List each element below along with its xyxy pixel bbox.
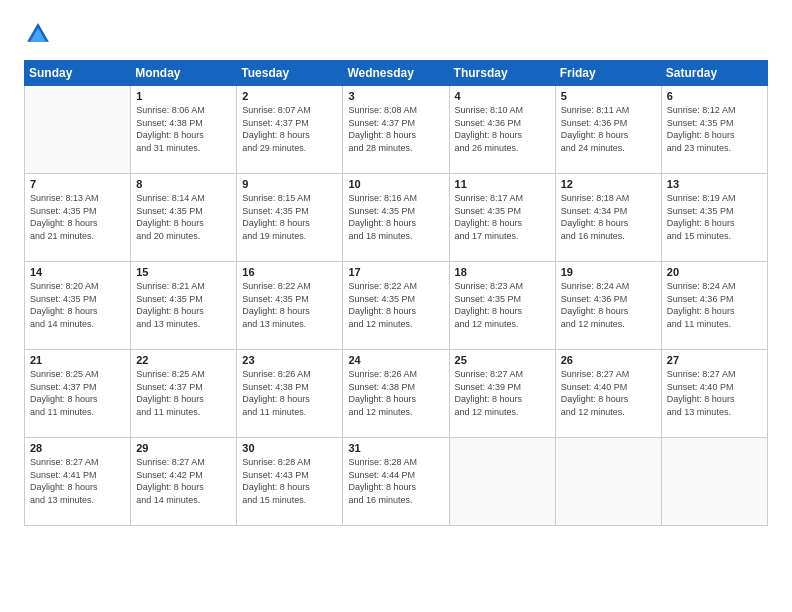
day-number: 2 [242,90,337,102]
day-cell: 30Sunrise: 8:28 AMSunset: 4:43 PMDayligh… [237,438,343,526]
header-cell-thursday: Thursday [449,61,555,86]
day-number: 21 [30,354,125,366]
day-cell: 17Sunrise: 8:22 AMSunset: 4:35 PMDayligh… [343,262,449,350]
day-cell: 18Sunrise: 8:23 AMSunset: 4:35 PMDayligh… [449,262,555,350]
day-cell: 14Sunrise: 8:20 AMSunset: 4:35 PMDayligh… [25,262,131,350]
day-info: Sunrise: 8:07 AMSunset: 4:37 PMDaylight:… [242,104,337,154]
day-cell [661,438,767,526]
day-cell: 15Sunrise: 8:21 AMSunset: 4:35 PMDayligh… [131,262,237,350]
day-info: Sunrise: 8:11 AMSunset: 4:36 PMDaylight:… [561,104,656,154]
day-number: 11 [455,178,550,190]
header-cell-monday: Monday [131,61,237,86]
day-cell: 13Sunrise: 8:19 AMSunset: 4:35 PMDayligh… [661,174,767,262]
day-number: 23 [242,354,337,366]
day-number: 4 [455,90,550,102]
day-cell: 16Sunrise: 8:22 AMSunset: 4:35 PMDayligh… [237,262,343,350]
day-number: 10 [348,178,443,190]
day-cell: 10Sunrise: 8:16 AMSunset: 4:35 PMDayligh… [343,174,449,262]
week-row-2: 7Sunrise: 8:13 AMSunset: 4:35 PMDaylight… [25,174,768,262]
day-cell: 9Sunrise: 8:15 AMSunset: 4:35 PMDaylight… [237,174,343,262]
day-cell: 21Sunrise: 8:25 AMSunset: 4:37 PMDayligh… [25,350,131,438]
day-info: Sunrise: 8:23 AMSunset: 4:35 PMDaylight:… [455,280,550,330]
header-cell-sunday: Sunday [25,61,131,86]
day-cell: 1Sunrise: 8:06 AMSunset: 4:38 PMDaylight… [131,86,237,174]
day-cell: 2Sunrise: 8:07 AMSunset: 4:37 PMDaylight… [237,86,343,174]
day-info: Sunrise: 8:12 AMSunset: 4:35 PMDaylight:… [667,104,762,154]
day-cell: 6Sunrise: 8:12 AMSunset: 4:35 PMDaylight… [661,86,767,174]
header-cell-tuesday: Tuesday [237,61,343,86]
day-info: Sunrise: 8:19 AMSunset: 4:35 PMDaylight:… [667,192,762,242]
day-info: Sunrise: 8:26 AMSunset: 4:38 PMDaylight:… [242,368,337,418]
day-info: Sunrise: 8:25 AMSunset: 4:37 PMDaylight:… [30,368,125,418]
day-cell: 4Sunrise: 8:10 AMSunset: 4:36 PMDaylight… [449,86,555,174]
day-info: Sunrise: 8:14 AMSunset: 4:35 PMDaylight:… [136,192,231,242]
day-cell [555,438,661,526]
day-info: Sunrise: 8:20 AMSunset: 4:35 PMDaylight:… [30,280,125,330]
day-number: 27 [667,354,762,366]
day-cell: 22Sunrise: 8:25 AMSunset: 4:37 PMDayligh… [131,350,237,438]
day-number: 29 [136,442,231,454]
header-cell-wednesday: Wednesday [343,61,449,86]
day-number: 30 [242,442,337,454]
day-cell: 19Sunrise: 8:24 AMSunset: 4:36 PMDayligh… [555,262,661,350]
day-info: Sunrise: 8:22 AMSunset: 4:35 PMDaylight:… [348,280,443,330]
day-number: 18 [455,266,550,278]
day-number: 26 [561,354,656,366]
day-number: 25 [455,354,550,366]
header-row: SundayMondayTuesdayWednesdayThursdayFrid… [25,61,768,86]
day-number: 28 [30,442,125,454]
day-info: Sunrise: 8:28 AMSunset: 4:44 PMDaylight:… [348,456,443,506]
header-cell-friday: Friday [555,61,661,86]
day-info: Sunrise: 8:06 AMSunset: 4:38 PMDaylight:… [136,104,231,154]
day-number: 7 [30,178,125,190]
day-cell: 31Sunrise: 8:28 AMSunset: 4:44 PMDayligh… [343,438,449,526]
day-number: 9 [242,178,337,190]
day-cell: 23Sunrise: 8:26 AMSunset: 4:38 PMDayligh… [237,350,343,438]
day-cell: 3Sunrise: 8:08 AMSunset: 4:37 PMDaylight… [343,86,449,174]
day-number: 20 [667,266,762,278]
day-info: Sunrise: 8:18 AMSunset: 4:34 PMDaylight:… [561,192,656,242]
calendar-header: SundayMondayTuesdayWednesdayThursdayFrid… [25,61,768,86]
week-row-5: 28Sunrise: 8:27 AMSunset: 4:41 PMDayligh… [25,438,768,526]
day-info: Sunrise: 8:16 AMSunset: 4:35 PMDaylight:… [348,192,443,242]
header-cell-saturday: Saturday [661,61,767,86]
logo-icon [24,20,52,48]
day-info: Sunrise: 8:22 AMSunset: 4:35 PMDaylight:… [242,280,337,330]
day-number: 22 [136,354,231,366]
day-number: 19 [561,266,656,278]
week-row-3: 14Sunrise: 8:20 AMSunset: 4:35 PMDayligh… [25,262,768,350]
day-cell: 27Sunrise: 8:27 AMSunset: 4:40 PMDayligh… [661,350,767,438]
day-info: Sunrise: 8:27 AMSunset: 4:39 PMDaylight:… [455,368,550,418]
header [24,20,768,48]
day-number: 15 [136,266,231,278]
day-number: 13 [667,178,762,190]
day-info: Sunrise: 8:13 AMSunset: 4:35 PMDaylight:… [30,192,125,242]
day-info: Sunrise: 8:17 AMSunset: 4:35 PMDaylight:… [455,192,550,242]
day-info: Sunrise: 8:27 AMSunset: 4:42 PMDaylight:… [136,456,231,506]
day-cell: 28Sunrise: 8:27 AMSunset: 4:41 PMDayligh… [25,438,131,526]
day-cell: 8Sunrise: 8:14 AMSunset: 4:35 PMDaylight… [131,174,237,262]
day-info: Sunrise: 8:15 AMSunset: 4:35 PMDaylight:… [242,192,337,242]
day-info: Sunrise: 8:21 AMSunset: 4:35 PMDaylight:… [136,280,231,330]
day-number: 24 [348,354,443,366]
day-number: 1 [136,90,231,102]
day-cell: 12Sunrise: 8:18 AMSunset: 4:34 PMDayligh… [555,174,661,262]
day-cell [449,438,555,526]
day-info: Sunrise: 8:25 AMSunset: 4:37 PMDaylight:… [136,368,231,418]
day-info: Sunrise: 8:27 AMSunset: 4:40 PMDaylight:… [561,368,656,418]
day-cell: 25Sunrise: 8:27 AMSunset: 4:39 PMDayligh… [449,350,555,438]
day-info: Sunrise: 8:10 AMSunset: 4:36 PMDaylight:… [455,104,550,154]
day-number: 8 [136,178,231,190]
day-info: Sunrise: 8:28 AMSunset: 4:43 PMDaylight:… [242,456,337,506]
day-number: 16 [242,266,337,278]
day-number: 12 [561,178,656,190]
day-number: 17 [348,266,443,278]
logo [24,20,56,48]
week-row-4: 21Sunrise: 8:25 AMSunset: 4:37 PMDayligh… [25,350,768,438]
day-cell: 26Sunrise: 8:27 AMSunset: 4:40 PMDayligh… [555,350,661,438]
calendar-table: SundayMondayTuesdayWednesdayThursdayFrid… [24,60,768,526]
day-info: Sunrise: 8:24 AMSunset: 4:36 PMDaylight:… [667,280,762,330]
day-cell: 29Sunrise: 8:27 AMSunset: 4:42 PMDayligh… [131,438,237,526]
day-cell: 24Sunrise: 8:26 AMSunset: 4:38 PMDayligh… [343,350,449,438]
day-info: Sunrise: 8:26 AMSunset: 4:38 PMDaylight:… [348,368,443,418]
